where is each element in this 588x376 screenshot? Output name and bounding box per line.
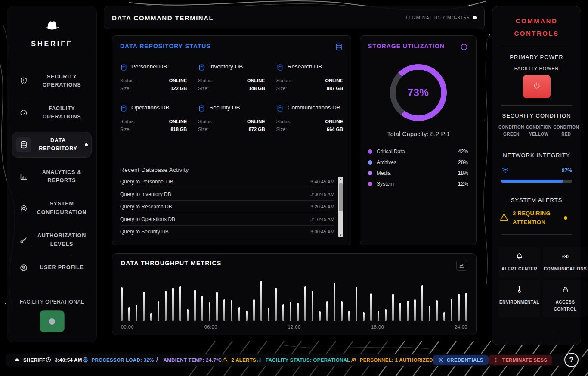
db-status-value: ONLINE	[325, 119, 343, 124]
thermometer-icon	[515, 286, 523, 295]
db-card-operations-db: Operations DBStatus:ONLINESize:818 GB	[120, 104, 187, 133]
throughput-bar	[370, 293, 372, 321]
statusbar-item-2-alerts: 2 ALERTS	[222, 357, 256, 363]
db-status-value: ONLINE	[325, 78, 343, 83]
throughput-bar	[179, 286, 181, 321]
terminal-id-label: TERMINAL ID: CMD-8155	[405, 15, 470, 20]
db-status-value: ONLINE	[247, 78, 265, 83]
communications-button[interactable]: COMMUNICATIONS	[543, 247, 588, 277]
sidebar: SHERIFF SECURITY OPERATIONSFACILITY OPER…	[7, 6, 97, 342]
throughput-bar	[407, 301, 409, 321]
clock-icon	[45, 357, 52, 363]
divider	[15, 290, 89, 290]
throughput-bar	[304, 286, 306, 321]
help-button[interactable]: ?	[564, 353, 579, 367]
condition-red-button[interactable]: CONDITION RED	[553, 124, 579, 138]
db-size-value: 122 GB	[170, 86, 187, 91]
alert-center-button[interactable]: ALERT CENTER	[498, 247, 540, 277]
throughput-bar	[231, 300, 232, 321]
broadcast-icon	[561, 252, 569, 262]
thermometer-icon	[154, 357, 161, 363]
activity-row: Query to Research DB3:20:45 AM	[120, 201, 334, 213]
throughput-bar	[246, 311, 248, 321]
db-status-label: Status:	[276, 119, 291, 124]
system-alert-item[interactable]: 2 REQUIRING ATTENTION	[499, 209, 574, 227]
sidebar-item-user-profile[interactable]: USER PROFILE	[12, 259, 91, 277]
sidebar-item-system-configuration[interactable]: SYSTEM CONFIGURATION	[12, 196, 91, 221]
database-icon	[276, 105, 284, 113]
db-size-label: Size:	[198, 86, 208, 91]
throughput-bar	[414, 299, 416, 321]
activity-scrollbar[interactable]: ▲ ▼	[338, 177, 343, 237]
facility-power-button[interactable]	[523, 75, 551, 98]
facility-operational-button[interactable]	[40, 310, 65, 332]
scrollbar-track[interactable]	[338, 181, 343, 233]
credentials-button[interactable]: CREDENTIALS	[433, 355, 489, 365]
scrollbar-thumb[interactable]	[339, 183, 343, 211]
db-size-label: Size:	[276, 127, 287, 132]
database-icon	[276, 64, 284, 72]
throughput-bar	[282, 304, 284, 321]
sidebar-item-authorization-levels[interactable]: AUTHORIZATION LEVELS	[12, 227, 91, 253]
throughput-bar	[421, 285, 423, 321]
sidebar-item-label: DATA REPOSITORY	[36, 137, 80, 153]
activity-time: 3:20:45 AM	[310, 204, 334, 209]
db-name-row: Communications DB	[276, 104, 343, 113]
legend-value: 42%	[458, 149, 468, 155]
sidebar-item-data-repository[interactable]: DATA REPOSITORY	[12, 132, 91, 158]
sidebar-item-label: AUTHORIZATION LEVELS	[36, 232, 88, 249]
db-size-value: 148 GB	[249, 86, 265, 91]
sidebar-item-label: FACILITY OPERATIONS	[36, 105, 88, 121]
command-controls-panel: COMMAND CONTROLS PRIMARY POWER FACILITY …	[492, 6, 581, 345]
throughput-bar	[443, 312, 445, 321]
axis-tick: 24:00	[455, 324, 467, 329]
storage-utilization-panel: STORAGE UTILIZATION 73% Total Capacity: …	[360, 35, 477, 245]
divider	[501, 234, 572, 235]
db-status-row: Status:ONLINE	[120, 118, 187, 125]
condition-green-button[interactable]: CONDITION GREEN	[498, 124, 524, 138]
throughput-bar	[172, 288, 174, 321]
legend-item-critical-data: Critical Data42%	[368, 149, 468, 155]
active-indicator-dot	[85, 143, 88, 146]
db-size-row: Size:818 GB	[120, 125, 187, 133]
throughput-bar	[216, 292, 218, 321]
throughput-bar	[312, 291, 313, 321]
access-control-button[interactable]: ACCESS CONTROL	[543, 280, 588, 317]
warning-triangle-icon	[222, 357, 228, 363]
environmental-button[interactable]: ENVIRONMENTAL	[498, 280, 540, 317]
condition-yellow-button[interactable]: CONDITION YELLOW	[526, 124, 552, 138]
db-size-value: 818 GB	[170, 127, 187, 132]
db-size-row: Size:148 GB	[198, 84, 265, 92]
throughput-bar	[436, 300, 438, 321]
throughput-bar	[253, 299, 255, 321]
axis-tick: 00:00	[121, 324, 134, 329]
scroll-down-arrow[interactable]: ▼	[338, 233, 343, 237]
sidebar-item-security-operations[interactable]: SECURITY OPERATIONS	[12, 68, 91, 94]
db-card-inventory-db: Inventory DBStatus:ONLINESize:148 GB	[198, 63, 265, 92]
brand: SHERIFF	[12, 16, 91, 48]
statusbar-label: 3:40:54 AM	[55, 357, 82, 363]
throughput-bar	[348, 311, 350, 321]
primary-power-heading: PRIMARY POWER	[498, 54, 575, 60]
throughput-bar	[194, 290, 196, 321]
throughput-bar	[201, 296, 203, 321]
db-name-row: Inventory DB	[198, 63, 265, 72]
sidebar-item-facility-operations[interactable]: FACILITY OPERATIONS	[12, 100, 91, 126]
terminate-session-button[interactable]: TERMINATE SESS	[489, 355, 552, 365]
statusbar-item-ambient-temp: AMBIENT TEMP: 24.7°C	[154, 357, 222, 363]
user-circle-icon	[16, 264, 31, 272]
throughput-bar	[128, 307, 130, 321]
throughput-bar-chart	[121, 278, 467, 321]
throughput-bar	[187, 309, 189, 321]
donut-hole: 73%	[396, 70, 441, 115]
throughput-bar	[334, 283, 335, 321]
activity-row: Query to Operations DB3:10:45 AM	[120, 213, 334, 226]
scroll-up-arrow[interactable]: ▲	[338, 177, 343, 181]
db-size-label: Size:	[120, 86, 130, 91]
sidebar-item-analytics-reports[interactable]: ANALYTICS & REPORTS	[12, 164, 91, 190]
throughput-bar	[268, 308, 269, 321]
alert-message: 2 REQUIRING ATTENTION	[513, 209, 560, 227]
control-button-label: COMMUNICATIONS	[544, 266, 587, 273]
statusbar-item-facility-status: FACILITY STATUS: OPERATIONAL	[256, 357, 350, 363]
security-condition-options: CONDITION GREENCONDITION YELLOWCONDITION…	[498, 124, 575, 138]
